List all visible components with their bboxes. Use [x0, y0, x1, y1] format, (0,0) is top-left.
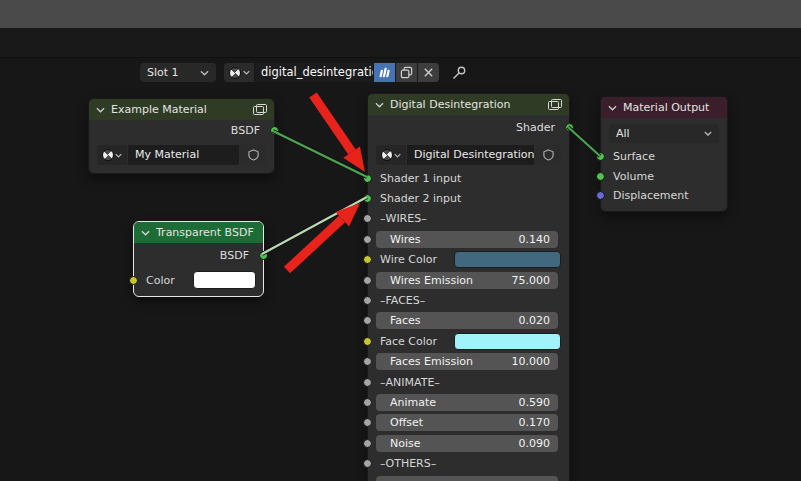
fake-user-button[interactable]: [240, 145, 266, 165]
node-header-digital-desintegration[interactable]: Digital Desintegration: [368, 94, 569, 115]
offset-input-socket[interactable]: [363, 418, 372, 427]
viewport-top-strip: [0, 0, 801, 28]
wire-color-input-socket[interactable]: [363, 255, 372, 264]
faces-input-socket[interactable]: [363, 316, 372, 325]
face-color-swatch[interactable]: [454, 333, 561, 350]
slider-value: 0.020: [519, 314, 551, 327]
render-target-dropdown[interactable]: All: [609, 124, 719, 143]
dd-row-faces: –FACES–: [368, 290, 569, 310]
wire-transparent-to-shader2[interactable]: [262, 197, 367, 254]
slider-faces-emission[interactable]: Faces Emission10.000: [376, 353, 558, 370]
node-example-material[interactable]: Example Material BSDF My Material: [88, 98, 275, 174]
color-row-label: Face Color: [380, 335, 437, 348]
pin-id-button[interactable]: [451, 65, 467, 81]
material-selector[interactable]: Digital Desintegration: [376, 145, 561, 165]
shader-output-socket[interactable]: [565, 123, 574, 132]
collapse-chevron-icon[interactable]: [375, 102, 384, 108]
output-row-shader: Shader: [368, 115, 569, 139]
target-dropdown-wrap: All: [601, 118, 727, 147]
node-header-example-material[interactable]: Example Material: [89, 99, 274, 120]
slider-noise[interactable]: Noise0.090: [376, 435, 558, 452]
slider-faces[interactable]: Faces0.020: [376, 312, 558, 329]
wire-shader-to-surface[interactable]: [568, 127, 600, 156]
slider-partial[interactable]: [376, 476, 558, 481]
mo-row-surface: Surface: [601, 147, 727, 167]
face-color-input-socket[interactable]: [363, 337, 372, 346]
material-name-field[interactable]: digital_desintegration: [255, 63, 373, 82]
dd-row-noise: Noise0.090: [368, 433, 569, 453]
others-input-socket[interactable]: [363, 459, 372, 468]
wires-input-socket[interactable]: [363, 235, 372, 244]
wire-bsdf-to-shader1[interactable]: [273, 131, 367, 177]
material-name-value[interactable]: My Material: [128, 145, 239, 165]
material-sphere-icon: [102, 149, 114, 161]
browse-material-button[interactable]: [97, 145, 127, 165]
volume-input-socket[interactable]: [596, 172, 605, 181]
slider-value: 10.000: [512, 355, 551, 368]
node-transparent-bsdf[interactable]: Transparent BSDF BSDF Color: [133, 221, 264, 297]
slider-label: Wires Emission: [390, 274, 473, 287]
color-input-socket[interactable]: [129, 276, 138, 285]
collapse-chevron-icon[interactable]: [608, 105, 617, 111]
slider-wires-emission[interactable]: Wires Emission75.000: [376, 272, 558, 289]
browse-material-button[interactable]: [376, 145, 406, 165]
displacement-input-socket[interactable]: [596, 191, 605, 200]
node-header-transparent-bsdf[interactable]: Transparent BSDF: [134, 222, 263, 243]
users-icon: [378, 66, 391, 79]
material-sphere-icon: [381, 149, 393, 161]
copy-icon: [400, 66, 413, 79]
slider-animate[interactable]: Animate0.590: [376, 394, 558, 411]
wire-color-swatch[interactable]: [454, 251, 561, 268]
color-swatch[interactable]: [193, 271, 256, 289]
collapse-chevron-icon[interactable]: [141, 230, 150, 236]
node-material-output[interactable]: Material Output All SurfaceVolumeDisplac…: [600, 96, 728, 212]
collapse-chevron-icon[interactable]: [96, 107, 105, 113]
annotation-arrow-shader2: [287, 203, 360, 270]
annotation-arrow-shader1: [313, 95, 365, 172]
wires-emission-input-socket[interactable]: [363, 276, 372, 285]
animate-input-socket[interactable]: [363, 378, 372, 387]
noise-input-socket[interactable]: [363, 439, 372, 448]
faces-input-socket[interactable]: [363, 296, 372, 305]
color-label: Color: [146, 274, 175, 287]
section-label: –OTHERS–: [380, 457, 436, 470]
slider-wires[interactable]: Wires0.140: [376, 231, 558, 248]
unlink-material-button[interactable]: [418, 63, 439, 82]
material-name-value[interactable]: Digital Desintegration: [407, 145, 534, 165]
node-header-material-output[interactable]: Material Output: [601, 97, 727, 118]
new-material-button[interactable]: [396, 63, 417, 82]
chevron-down-icon: [115, 153, 122, 158]
slider-value: 0.590: [519, 396, 551, 409]
faces-emission-input-socket[interactable]: [363, 357, 372, 366]
slider-label: Noise: [390, 437, 421, 450]
dd-row-wires: –WIRES–: [368, 209, 569, 229]
surface-input-socket[interactable]: [596, 152, 605, 161]
bsdf-output-socket[interactable]: [270, 126, 279, 135]
bsdf-output-socket[interactable]: [259, 251, 268, 260]
input-label: Displacement: [613, 189, 689, 202]
material-selector[interactable]: My Material: [97, 145, 266, 165]
slot-label: Slot 1: [147, 66, 179, 79]
dd-row-wire-color: Wire Color: [368, 250, 569, 270]
wires-input-socket[interactable]: [363, 214, 372, 223]
node-title: Digital Desintegration: [390, 98, 542, 111]
material-slot-dropdown[interactable]: Slot 1: [140, 63, 216, 82]
users-count-button[interactable]: [374, 63, 395, 82]
browse-material-button[interactable]: [224, 63, 254, 82]
node-digital-desintegration[interactable]: Digital Desintegration Shader Digital De…: [367, 93, 570, 481]
chevron-down-icon: [243, 70, 250, 75]
chevron-down-icon: [394, 153, 401, 158]
slider-label: Animate: [390, 396, 436, 409]
fake-user-button[interactable]: [535, 145, 561, 165]
mo-row-volume: Volume: [601, 167, 727, 187]
animate-input-socket[interactable]: [363, 398, 372, 407]
dd-row-others: –OTHERS–: [368, 453, 569, 473]
node-title: Example Material: [111, 103, 247, 116]
shader-1-input-input-socket[interactable]: [363, 174, 372, 183]
input-label: Volume: [613, 170, 654, 183]
shader-2-input-input-socket[interactable]: [363, 194, 372, 203]
slider-offset[interactable]: Offset0.170: [376, 414, 558, 431]
input-label: Shader 1 input: [380, 172, 461, 185]
dd-row-offset: Offset0.170: [368, 413, 569, 433]
output-label: Shader: [516, 121, 555, 134]
